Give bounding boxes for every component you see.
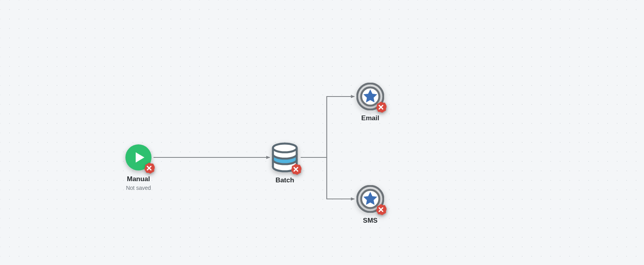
node-manual[interactable]: Manual Not saved [115,144,162,191]
connectors-layer [0,0,644,265]
node-label: Batch [261,176,309,184]
error-badge-icon[interactable] [375,204,386,215]
node-label: Email [347,114,394,122]
svg-point-13 [273,144,297,152]
node-batch[interactable]: Batch [261,142,309,184]
error-badge-icon[interactable] [144,163,155,174]
play-icon[interactable] [125,144,152,171]
error-badge-icon[interactable] [375,102,386,113]
workflow-canvas[interactable]: Manual Not saved [0,0,644,265]
error-badge-icon[interactable] [290,164,301,175]
node-label: SMS [347,217,394,225]
node-sms[interactable]: SMS [347,185,394,225]
node-email[interactable]: Email [347,83,394,122]
star-badge-icon[interactable] [356,83,384,110]
star-badge-icon[interactable] [356,185,384,213]
database-icon[interactable] [271,142,299,172]
node-sublabel: Not saved [115,185,162,191]
node-label: Manual [115,175,162,183]
